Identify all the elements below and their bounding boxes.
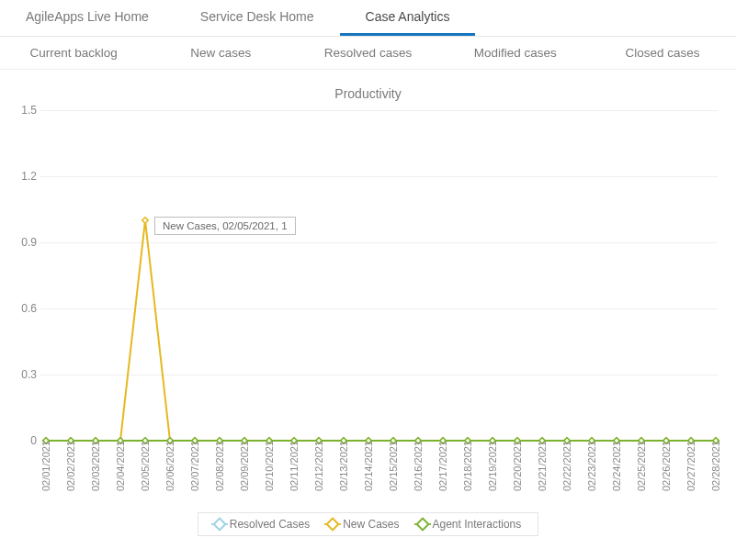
x-tick-label: 02/02/2021 <box>65 441 76 491</box>
x-tick-label: 02/13/2021 <box>338 441 349 491</box>
legend-item-resolved-cases[interactable]: Resolved Cases <box>215 518 310 531</box>
x-tick-label: 02/23/2021 <box>586 441 597 491</box>
y-tick-label: 0.6 <box>13 302 37 315</box>
y-tick-label: 0.9 <box>13 236 37 249</box>
data-point[interactable] <box>142 218 148 223</box>
x-tick-label: 02/20/2021 <box>512 441 523 491</box>
x-tick-label: 02/19/2021 <box>487 441 498 491</box>
x-tick-label: 02/25/2021 <box>636 441 647 491</box>
y-tick-label: 1.5 <box>13 104 37 117</box>
x-tick-label: 02/24/2021 <box>611 441 622 491</box>
x-tick-label: 02/17/2021 <box>437 441 448 491</box>
x-tick-label: 02/26/2021 <box>661 441 672 491</box>
legend-item-new-cases[interactable]: New Cases <box>328 518 399 531</box>
y-tick-label: 0 <box>13 434 37 447</box>
x-tick-label: 02/11/2021 <box>289 441 300 491</box>
legend-item-agent-interactions[interactable]: Agent Interactions <box>418 518 522 531</box>
top-tabs: AgileApps Live Home Service Desk Home Ca… <box>0 0 736 37</box>
sub-tabs: Current backlog New cases Resolved cases… <box>0 37 736 70</box>
tab-service-desk-home[interactable]: Service Desk Home <box>175 0 340 36</box>
x-tick-label: 02/04/2021 <box>115 441 126 491</box>
x-tick-label: 02/07/2021 <box>189 441 200 491</box>
series-line <box>46 220 716 441</box>
legend-label: Agent Interactions <box>433 518 522 531</box>
x-tick-label: 02/27/2021 <box>685 441 696 491</box>
subtab-modified-cases[interactable]: Modified cases <box>442 39 589 67</box>
chart-plot[interactable]: 00.30.60.91.21.5New Cases, 02/05/2021, 1 <box>40 110 718 441</box>
diamond-marker-icon <box>215 520 224 529</box>
y-tick-label: 0.3 <box>13 368 37 381</box>
x-tick-label: 02/12/2021 <box>313 441 324 491</box>
diamond-marker-icon <box>328 520 337 529</box>
x-tick-label: 02/21/2021 <box>537 441 548 491</box>
chart-legend: Resolved Cases New Cases Agent Interacti… <box>198 512 538 536</box>
subtab-resolved-cases[interactable]: Resolved cases <box>294 39 441 67</box>
chart-x-axis: 02/01/202102/02/202102/03/202102/04/2021… <box>40 441 718 501</box>
chart-title: Productivity <box>13 86 723 101</box>
x-tick-label: 02/03/2021 <box>90 441 101 491</box>
x-tick-label: 02/06/2021 <box>164 441 176 491</box>
subtab-closed-cases[interactable]: Closed cases <box>589 39 736 67</box>
x-tick-label: 02/15/2021 <box>388 441 399 491</box>
x-tick-label: 02/28/2021 <box>710 441 721 491</box>
x-tick-label: 02/09/2021 <box>239 441 250 491</box>
x-tick-label: 02/14/2021 <box>363 441 374 491</box>
legend-label: Resolved Cases <box>230 518 310 531</box>
x-tick-label: 02/22/2021 <box>561 441 572 491</box>
x-tick-label: 02/05/2021 <box>140 441 151 491</box>
tab-agileapps-home[interactable]: AgileApps Live Home <box>0 0 175 36</box>
x-tick-label: 02/10/2021 <box>264 441 275 491</box>
chart-area: Productivity 00.30.60.91.21.5New Cases, … <box>0 70 736 545</box>
x-tick-label: 02/01/2021 <box>40 441 51 491</box>
tab-case-analytics[interactable]: Case Analytics <box>340 0 476 36</box>
x-tick-label: 02/08/2021 <box>214 441 225 491</box>
diamond-marker-icon <box>418 520 427 529</box>
x-tick-label: 02/18/2021 <box>462 441 473 491</box>
subtab-current-backlog[interactable]: Current backlog <box>0 39 147 67</box>
x-tick-label: 02/16/2021 <box>413 441 424 491</box>
legend-label: New Cases <box>343 518 399 531</box>
subtab-new-cases[interactable]: New cases <box>147 39 294 67</box>
chart-svg <box>40 110 718 441</box>
y-tick-label: 1.2 <box>13 170 37 183</box>
